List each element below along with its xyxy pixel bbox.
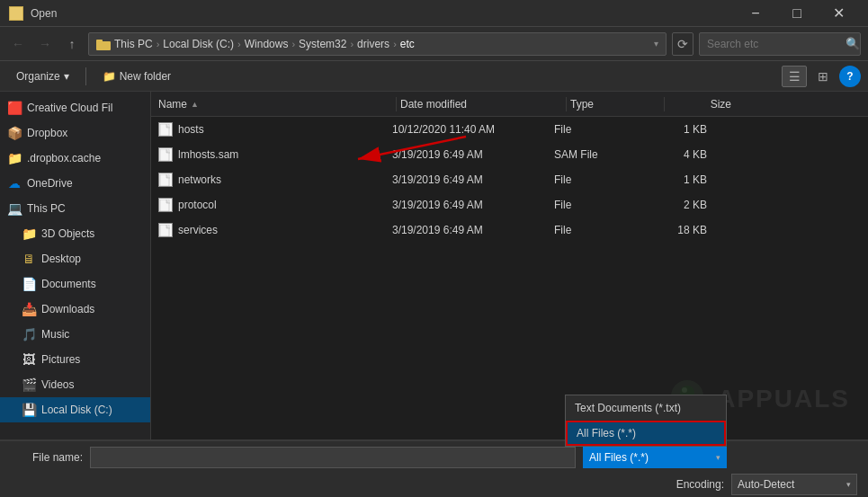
sidebar-item-label: Downloads — [41, 303, 94, 315]
col-header-name[interactable]: Name ▲ — [158, 98, 392, 111]
this-pc-icon: 💻 — [7, 201, 22, 216]
search-box[interactable]: 🔍 — [699, 32, 861, 56]
sidebar-item-local-disk[interactable]: 💾 Local Disk (C:) — [0, 397, 150, 422]
encoding-select-wrapper: Auto-Detect ▾ — [731, 474, 857, 495]
col-date-label: Date modified — [400, 98, 467, 111]
address-dropdown-icon[interactable]: ▾ — [654, 39, 658, 49]
col-resize-1 — [396, 97, 397, 111]
organize-arrow: ▾ — [64, 70, 69, 83]
filetype-option-txt[interactable]: Text Documents (*.txt) — [566, 395, 726, 421]
sidebar-item-onedrive[interactable]: ☁ OneDrive — [0, 171, 150, 196]
file-date-cell: 3/19/2019 6:49 AM — [392, 173, 554, 186]
table-row[interactable]: lmhosts.sam 3/19/2019 6:49 AM SAM File 4… — [151, 142, 868, 167]
search-input[interactable] — [707, 38, 842, 50]
filename-input[interactable] — [90, 447, 576, 468]
address-box[interactable]: This PC › Local Disk (C:) › Windows › Sy… — [88, 32, 667, 56]
filetype-option-txt-label: Text Documents (*.txt) — [575, 402, 681, 414]
col-name-label: Name — [158, 98, 187, 111]
file-size-cell: 1 KB — [644, 123, 707, 136]
sidebar-item-label: Music — [41, 328, 69, 341]
sidebar-item-this-pc[interactable]: 💻 This PC — [0, 196, 150, 221]
window-title: Open — [31, 7, 57, 20]
table-row[interactable]: services 3/19/2019 6:49 AM File 18 KB — [151, 217, 868, 243]
file-name-cell: lmhosts.sam — [158, 147, 392, 162]
col-header-date[interactable]: Date modified — [400, 98, 562, 111]
new-folder-button[interactable]: 📁 New folder — [94, 66, 180, 87]
table-row[interactable]: hosts 10/12/2020 11:40 AM File 1 KB — [151, 117, 868, 142]
view-large-button[interactable]: ⊞ — [810, 66, 836, 87]
filetype-option-all-label: All Files (*.*) — [577, 427, 636, 439]
sidebar-item-desktop[interactable]: 🖥 Desktop — [0, 246, 150, 271]
table-row[interactable]: networks 3/19/2019 6:49 AM File 1 KB — [151, 167, 868, 192]
organize-button[interactable]: Organize ▾ — [7, 66, 78, 87]
sidebar-item-3d-objects[interactable]: 📁 3D Objects — [0, 221, 150, 246]
toolbar: Organize ▾ 📁 New folder ☰ ⊞ ? — [0, 61, 868, 92]
dropbox-icon: 📦 — [7, 126, 22, 140]
file-icon — [158, 223, 173, 237]
dropbox-cache-icon: 📁 — [7, 151, 22, 165]
minimize-button[interactable]: − — [735, 0, 776, 27]
search-icon: 🔍 — [846, 37, 860, 50]
filename-label: File name: — [11, 451, 83, 464]
file-date-cell: 3/19/2019 6:49 AM — [392, 199, 554, 211]
file-name-cell: hosts — [158, 122, 392, 137]
document-icon — [159, 174, 172, 186]
document-icon — [159, 124, 172, 136]
column-headers: Name ▲ Date modified Type Size — [151, 92, 868, 117]
col-header-type[interactable]: Type — [570, 98, 660, 111]
sidebar-item-videos[interactable]: 🎬 Videos — [0, 372, 150, 397]
document-icon — [159, 149, 172, 161]
filetype-option-all[interactable]: All Files (*.*) — [566, 421, 726, 446]
file-type-cell: File — [554, 123, 644, 136]
downloads-icon: 📥 — [22, 302, 36, 316]
file-list: hosts 10/12/2020 11:40 AM File 1 KB lmho… — [151, 117, 868, 439]
path-segment-5: drivers — [357, 38, 389, 50]
encoding-value: Auto-Detect — [738, 478, 794, 491]
toolbar-right: ☰ ⊞ ? — [782, 66, 861, 87]
file-name-cell: services — [158, 223, 392, 237]
path-segment-4: System32 — [299, 38, 346, 50]
encoding-select-button[interactable]: Auto-Detect ▾ — [731, 474, 857, 495]
help-button[interactable]: ? — [839, 66, 861, 87]
view-details-icon: ☰ — [789, 69, 801, 84]
sidebar: 🟥 Creative Cloud Fil 📦 Dropbox 📁 .dropbo… — [0, 92, 151, 439]
organize-label: Organize — [16, 70, 60, 83]
file-name-cell: protocol — [158, 198, 392, 212]
local-disk-icon: 💾 — [22, 403, 36, 417]
3d-objects-icon: 📁 — [22, 226, 36, 241]
file-type-cell: File — [554, 199, 644, 211]
sidebar-item-creative-cloud[interactable]: 🟥 Creative Cloud Fil — [0, 95, 150, 120]
sidebar-item-dropbox-cache[interactable]: 📁 .dropbox.cache — [0, 146, 150, 171]
view-details-button[interactable]: ☰ — [782, 66, 807, 87]
file-name-text: lmhosts.sam — [178, 148, 238, 161]
col-size-label: Size — [711, 98, 731, 111]
sidebar-item-label: Documents — [41, 278, 96, 290]
sidebar-item-music[interactable]: 🎵 Music — [0, 322, 150, 347]
table-row[interactable]: protocol 3/19/2019 6:49 AM File 2 KB — [151, 192, 868, 217]
videos-icon: 🎬 — [22, 377, 36, 392]
sidebar-item-downloads[interactable]: 📥 Downloads — [0, 297, 150, 322]
forward-button[interactable]: → — [34, 33, 56, 55]
filetype-menu: Text Documents (*.txt) All Files (*.*) — [565, 395, 727, 447]
maximize-button[interactable]: □ — [776, 0, 818, 27]
sidebar-item-label: Creative Cloud Fil — [27, 102, 112, 114]
file-icon — [158, 173, 173, 187]
new-folder-label: New folder — [120, 70, 171, 83]
documents-icon: 📄 — [22, 277, 36, 291]
sidebar-item-pictures[interactable]: 🖼 Pictures — [0, 347, 150, 372]
sidebar-item-label: Dropbox — [27, 127, 67, 139]
file-name-cell: networks — [158, 173, 392, 187]
file-size-cell: 4 KB — [644, 148, 707, 161]
sidebar-item-dropbox[interactable]: 📦 Dropbox — [0, 120, 150, 146]
up-button[interactable]: ↑ — [61, 33, 83, 55]
close-button[interactable]: ✕ — [818, 0, 859, 27]
file-area: Name ▲ Date modified Type Size — [151, 92, 868, 439]
sidebar-item-documents[interactable]: 📄 Documents — [0, 271, 150, 297]
col-type-label: Type — [570, 98, 594, 111]
back-button[interactable]: ← — [7, 33, 29, 55]
music-icon: 🎵 — [22, 327, 36, 342]
filetype-dropdown-wrapper: Text Documents (*.txt) All Files (*.*) A… — [583, 447, 727, 468]
col-header-size[interactable]: Size — [668, 98, 731, 111]
refresh-button[interactable]: ⟳ — [672, 32, 694, 56]
filetype-current-button[interactable]: All Files (*.*) ▾ — [583, 447, 727, 468]
